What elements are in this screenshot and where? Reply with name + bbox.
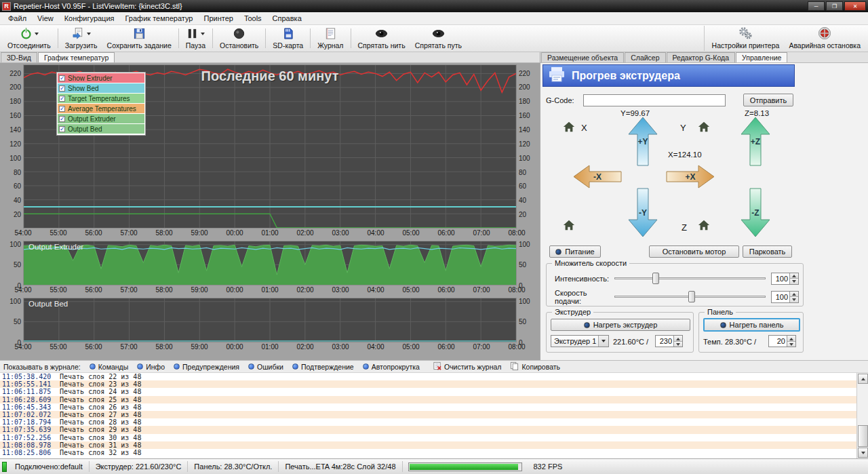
panel-tab[interactable]: Размещение объекта: [541, 52, 624, 62]
log-entry: 11:05:55.141 Печать слоя 23 из 48: [0, 380, 856, 388]
x-tick-label: 55:00: [47, 286, 70, 296]
spinner-down-icon[interactable]: [674, 342, 682, 347]
checkbox-icon[interactable]: ✓: [59, 96, 65, 102]
x-tick-label: 01:00: [258, 343, 281, 353]
spinner[interactable]: 100: [771, 273, 799, 285]
legend-item[interactable]: ✓ Average Temperatures: [58, 104, 144, 113]
log-toggle[interactable]: Подтверждение: [292, 363, 354, 371]
panel-tab[interactable]: Слайсер: [625, 52, 665, 62]
toolbar-button[interactable]: Спрятать нить: [353, 26, 410, 51]
toolbar-button[interactable]: Сохранить задание: [102, 26, 176, 51]
toolbar-button[interactable]: Остановить: [215, 26, 263, 51]
extruder-selector[interactable]: Экструдер 1: [551, 335, 609, 347]
menu-item[interactable]: График температур: [120, 13, 199, 24]
scroll-up-icon[interactable]: [858, 374, 868, 384]
menu-item[interactable]: Принтер: [199, 13, 239, 24]
toggle-on-icon: [174, 363, 180, 370]
menu-item[interactable]: Файл: [3, 13, 32, 24]
spinner-up-icon[interactable]: [787, 336, 795, 342]
jog-plus-z-button[interactable]: +Z: [741, 117, 770, 166]
slider-thumb[interactable]: [688, 291, 695, 302]
scroll-down-icon[interactable]: [858, 448, 868, 458]
log-toggle[interactable]: Команды: [90, 363, 129, 371]
park-button[interactable]: Парковать: [743, 245, 792, 258]
slider[interactable]: [614, 290, 766, 303]
spinner-down-icon[interactable]: [790, 279, 798, 284]
log-toggle[interactable]: Инфо: [137, 363, 165, 371]
toolbar-button[interactable]: Настройки принтера: [707, 26, 785, 51]
legend-item[interactable]: ✓ Output Bed: [58, 124, 144, 134]
spinner-down-icon[interactable]: [787, 342, 795, 347]
panel-tab[interactable]: Редактор G-Кода: [667, 52, 735, 62]
jog-minus-y-button[interactable]: -Y: [628, 188, 658, 237]
log-toggle[interactable]: Автопрокрутка: [363, 363, 420, 371]
home-x-icon[interactable]: [562, 121, 576, 133]
home-y-icon[interactable]: [697, 121, 711, 133]
log-timestamp: 11:07:02.072: [0, 411, 60, 418]
menu-item[interactable]: Конфигурация: [59, 13, 120, 24]
checkbox-icon[interactable]: ✓: [59, 116, 65, 122]
menu-item[interactable]: Tools: [239, 13, 267, 24]
x-tick-label: 00:00: [223, 343, 246, 353]
view-tab[interactable]: 3D-Вид: [1, 52, 37, 62]
x-tick-label: 58:00: [153, 286, 176, 296]
slider[interactable]: [614, 272, 766, 285]
status-connection: Подключено:default: [9, 461, 90, 472]
gcode-input[interactable]: [583, 94, 726, 106]
toolbar-button[interactable]: Журнал: [313, 26, 348, 51]
jog-plus-x-button[interactable]: +X: [666, 165, 715, 189]
dropdown-caret-icon[interactable]: [35, 33, 39, 35]
scrollbar-thumb[interactable]: [858, 425, 868, 447]
checkbox-icon[interactable]: ✓: [59, 126, 65, 132]
log-toggle[interactable]: Предупреждения: [174, 363, 239, 371]
log-action-button[interactable]: Очистить журнал: [433, 361, 502, 372]
toolbar-button[interactable]: SD-карта: [268, 26, 308, 51]
chevron-down-icon[interactable]: [598, 336, 608, 347]
toolbar-button[interactable]: Отсоединить: [3, 26, 56, 51]
toolbar-button[interactable]: Пауза: [181, 26, 210, 51]
checkbox-icon[interactable]: ✓: [59, 75, 65, 81]
journal-icon: [324, 27, 337, 41]
jog-plus-y-button[interactable]: +Y: [628, 117, 658, 166]
spinner-up-icon[interactable]: [790, 292, 798, 298]
spinner[interactable]: 100: [771, 291, 799, 303]
menu-item[interactable]: Справка: [267, 13, 307, 24]
log-scrollbar[interactable]: [856, 373, 868, 458]
jog-minus-z-button[interactable]: -Z: [741, 188, 770, 237]
legend-item[interactable]: ✓ Target Temperatures: [58, 94, 144, 103]
view-tab[interactable]: График температур: [38, 52, 115, 62]
legend-item[interactable]: ✓ Output Extruder: [58, 114, 144, 123]
minimize-button[interactable]: ─: [808, 1, 825, 11]
led-icon: [720, 322, 726, 328]
stop-motor-button[interactable]: Остановить мотор: [649, 245, 739, 258]
legend-item[interactable]: ✓ Show Extruder: [58, 73, 144, 83]
menu-item[interactable]: View: [32, 13, 59, 24]
power-button[interactable]: Питание: [549, 245, 601, 258]
send-gcode-button[interactable]: Отправить: [743, 94, 793, 106]
slider-thumb[interactable]: [652, 273, 659, 284]
heat-extruder-button[interactable]: Нагреть экструдер: [551, 319, 690, 331]
extruder-target-spinner[interactable]: 230: [655, 335, 683, 347]
log-toggle[interactable]: Ошибки: [248, 363, 283, 371]
spinner-down-icon[interactable]: [790, 297, 798, 302]
bed-target-spinner[interactable]: 20: [768, 335, 796, 347]
home-z-icon[interactable]: [697, 219, 711, 231]
close-button[interactable]: ✕: [844, 1, 866, 11]
checkbox-icon[interactable]: ✓: [59, 106, 65, 112]
checkbox-icon[interactable]: ✓: [59, 85, 65, 92]
dropdown-caret-icon[interactable]: [201, 33, 205, 35]
toolbar-button[interactable]: Загрузить: [60, 26, 102, 51]
home-all-icon[interactable]: [562, 219, 576, 231]
heat-bed-button[interactable]: Нагреть панель: [703, 318, 800, 332]
panel-tab[interactable]: Управление: [736, 52, 787, 62]
dropdown-caret-icon[interactable]: [87, 33, 91, 35]
log-action-button[interactable]: Копировать: [510, 361, 560, 372]
maximize-button[interactable]: ❐: [826, 1, 843, 11]
spinner-up-icon[interactable]: [790, 273, 798, 279]
legend-item[interactable]: ✓ Show Bed: [58, 83, 144, 93]
spinner-up-icon[interactable]: [674, 336, 682, 342]
toolbar-button[interactable]: Спрятать путь: [410, 26, 467, 51]
status-bar: Подключено:default Экструдер: 221.60/230…: [0, 458, 868, 474]
toolbar-button[interactable]: Аварийная остановка: [784, 26, 865, 51]
jog-minus-x-button[interactable]: -X: [573, 165, 622, 189]
